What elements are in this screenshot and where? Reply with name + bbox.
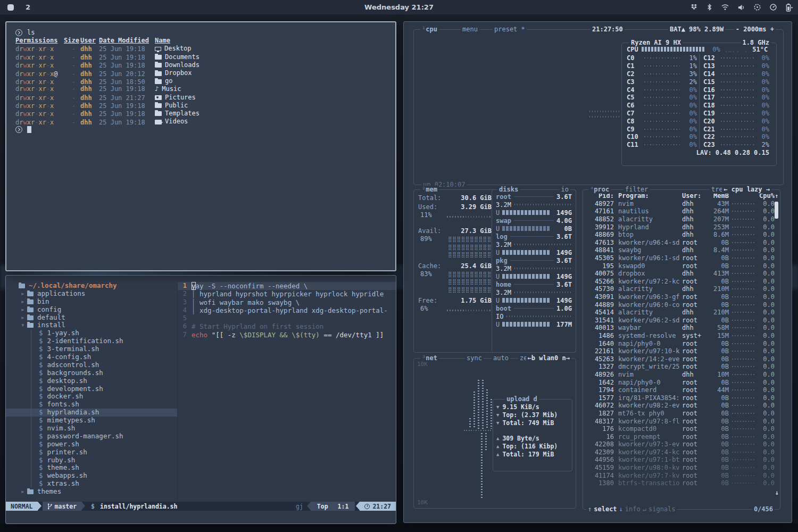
process-row[interactable]: 45159kworker/u98:0-kvroot0B0.0 bbox=[586, 464, 775, 472]
tab-cpu[interactable]: ¹cpu bbox=[420, 26, 439, 34]
prompt-line-current[interactable] bbox=[15, 126, 395, 134]
process-row[interactable]: 42309kworker/u97:4-kcroot0B0.0 bbox=[586, 448, 775, 456]
preset-button[interactable]: preset * bbox=[493, 26, 527, 34]
tree-file-mimetypes.sh[interactable]: $mimetypes.sh bbox=[6, 417, 177, 425]
net-stat-line: ▲309 Byte/s bbox=[496, 434, 568, 442]
select-down-icon[interactable]: ↓ bbox=[619, 505, 623, 513]
process-row[interactable]: 1794containerdroot44M0.0 bbox=[586, 386, 775, 394]
terminal-window[interactable]: ls PermissionsSizeUserDate ModifiedName … bbox=[5, 21, 396, 271]
scroll-down-icon[interactable]: ↓ bbox=[775, 489, 779, 496]
tree-dir-themes[interactable]: ▸themes bbox=[6, 488, 177, 496]
btop-window[interactable]: ¹cpu menu preset * 21:27:50 BAT▲ 98% 2.8… bbox=[403, 21, 792, 523]
tree-file-fonts.sh[interactable]: $fonts.sh bbox=[6, 401, 177, 409]
process-row[interactable]: 1577irq/81-PIXA3854:root0B0.0 bbox=[586, 394, 775, 402]
core-row: C220% bbox=[699, 133, 771, 141]
process-row[interactable]: 45266kworker/u97:2-kcroot0B0.0 bbox=[586, 278, 775, 286]
wifi-icon[interactable] bbox=[721, 4, 729, 11]
process-row[interactable]: 44889kworker/u96:0-coroot0B0.0 bbox=[586, 301, 775, 309]
process-row[interactable]: 48317kworker/u97:8-flroot0B0.0 bbox=[586, 417, 775, 425]
process-row[interactable]: 45305kworker/u96:1-sdroot0B0.0 bbox=[586, 254, 775, 262]
tree-dir-applications[interactable]: ▸applications bbox=[6, 290, 177, 298]
process-row[interactable]: 48927nvimdhh43M0.0 bbox=[586, 200, 775, 208]
bluetooth-icon[interactable] bbox=[706, 3, 713, 11]
tree-file-printer.sh[interactable]: $printer.sh bbox=[6, 448, 177, 456]
process-row[interactable]: 48926nvimdhh10M0.0 bbox=[586, 371, 775, 379]
proc-scrollbar[interactable] bbox=[775, 202, 778, 219]
tab-proc[interactable]: ⁴proc bbox=[588, 186, 611, 194]
process-row[interactable]: 44956kworker/u97:1-btroot0B0.0 bbox=[586, 456, 775, 464]
process-list[interactable]: 48927nvimdhh43M0.047161nautilusdhh264M0.… bbox=[586, 200, 775, 487]
tree-dir-default[interactable]: ▸default bbox=[6, 314, 177, 322]
idle-inhibitor-icon[interactable] bbox=[753, 3, 761, 11]
tree-file-theme.sh[interactable]: $theme.sh bbox=[6, 464, 177, 472]
tree-file-xtras.sh[interactable]: $xtras.sh bbox=[6, 480, 177, 488]
process-row[interactable]: 176kcompactd0root0B0.0 bbox=[586, 425, 775, 433]
tree-file-1-yay.sh[interactable]: $1-yay.sh bbox=[6, 329, 177, 337]
tree-file-development.sh[interactable]: $development.sh bbox=[6, 385, 177, 393]
neovim-window[interactable]: ~/.local/share/omarchy▸applications▸bin▸… bbox=[5, 275, 396, 524]
process-row[interactable]: 42208kworker/u97:3-evroot0B0.0 bbox=[586, 440, 775, 448]
tree-file-nvim.sh[interactable]: $nvim.sh bbox=[6, 425, 177, 433]
battery-icon[interactable] bbox=[785, 3, 793, 12]
process-row[interactable]: 1380btrfs-transactioroot0B0.0 bbox=[586, 479, 775, 487]
process-row[interactable]: 47161nautilusdhh264M0.0 bbox=[586, 207, 775, 215]
enter-icon: ↵ bbox=[643, 505, 646, 513]
tree-file-3-terminal.sh[interactable]: $3-terminal.sh bbox=[6, 345, 177, 353]
process-row[interactable]: 31541kworker/u96:2-sdroot0B0.0 bbox=[586, 317, 775, 325]
ls-row: drwxr-xr-x-dhh25 Jun 19:18♪Music bbox=[15, 85, 395, 93]
gauge-icon[interactable] bbox=[769, 3, 777, 11]
proc-filter-button[interactable]: filter bbox=[624, 186, 650, 194]
tree-dir-bin[interactable]: ▸bin bbox=[6, 298, 177, 306]
tree-file-hyprlandia.sh[interactable]: $hyprlandia.sh bbox=[6, 409, 177, 417]
process-row[interactable]: 39912Hyprlanddhh253M0.0 bbox=[586, 223, 775, 231]
tree-dir-install[interactable]: ▾install bbox=[6, 321, 177, 329]
process-row[interactable]: 41174kworker/u97:7-kvroot0B0.0 bbox=[586, 471, 775, 479]
tree-file-webapps.sh[interactable]: $webapps.sh bbox=[6, 472, 177, 480]
editor-buffer[interactable]: 1yay -S --noconfirm --needed \2│ hyprlan… bbox=[177, 282, 396, 501]
process-row[interactable]: 16rcu_preemptroot0B0.0 bbox=[586, 433, 775, 440]
tree-dir-config[interactable]: ▸config bbox=[6, 306, 177, 314]
tree-file-4-config.sh[interactable]: $4-config.sh bbox=[6, 353, 177, 361]
process-row[interactable]: 40075dropboxdhh413M0.0 bbox=[586, 270, 775, 278]
cpu-total-pct: 0% bbox=[708, 46, 720, 53]
tree-file-password-manager.sh[interactable]: $password-manager.sh bbox=[6, 433, 177, 440]
signals-button[interactable]: signals bbox=[649, 505, 676, 513]
process-row[interactable]: 1642napi/phy0-0root0B0.0 bbox=[586, 378, 775, 386]
io-mode-button[interactable]: io bbox=[560, 186, 570, 194]
process-row[interactable]: 1640napi/phy0-0root0B0.0 bbox=[586, 339, 775, 347]
tree-file-power.sh[interactable]: $power.sh bbox=[6, 440, 177, 448]
select-up-icon[interactable]: ↑ bbox=[588, 505, 592, 513]
process-row[interactable]: 48869btopdhh8.6M0.0 bbox=[586, 231, 775, 239]
process-row[interactable]: 48852alacrittydhh207M0.0 bbox=[586, 215, 775, 223]
process-row[interactable]: 40013waybardhh58M0.0 bbox=[586, 324, 775, 332]
tree-file-ruby.sh[interactable]: $ruby.sh bbox=[6, 456, 177, 464]
process-row[interactable]: 22161kworker/u97:10-kroot0B0.0 bbox=[586, 347, 775, 355]
tree-file-docker.sh[interactable]: $docker.sh bbox=[6, 393, 177, 401]
process-row[interactable]: 1827mt76-tx phy0root0B0.0 bbox=[586, 410, 775, 418]
process-row[interactable]: 47613kworker/u96:4-sdroot0B0.0 bbox=[586, 239, 775, 247]
info-button[interactable]: info bbox=[625, 505, 641, 513]
proc-sort-control[interactable]: ← cpu lazy → bbox=[722, 186, 771, 194]
process-row[interactable]: 45414alacrittydhh210M0.0 bbox=[586, 309, 775, 317]
select-button[interactable]: select bbox=[594, 505, 617, 513]
update-interval-control[interactable]: - 2000ms + bbox=[734, 26, 776, 34]
tree-file-adscontrol.sh[interactable]: $adscontrol.sh bbox=[6, 361, 177, 369]
line-number: 3 bbox=[178, 298, 192, 306]
process-row[interactable]: 45730alacrittydhh210M0.0 bbox=[586, 285, 775, 293]
volume-icon[interactable] bbox=[737, 4, 745, 11]
process-row[interactable]: 48841swaybgdhh8.4M0.0 bbox=[586, 246, 775, 254]
process-row[interactable]: 1327dmcrypt_write/25root0B0.0 bbox=[586, 363, 775, 371]
dropbox-icon[interactable] bbox=[690, 3, 698, 11]
tree-root[interactable]: ~/.local/share/omarchy bbox=[6, 282, 177, 290]
tree-file-backgrounds.sh[interactable]: $backgrounds.sh bbox=[6, 369, 177, 377]
tab-mem[interactable]: ²mem bbox=[420, 186, 439, 194]
sort-direction-arrow[interactable]: ↑ bbox=[775, 193, 778, 200]
menu-button[interactable]: menu bbox=[461, 26, 479, 34]
process-row[interactable]: 195kswapd0root0B0.0 bbox=[586, 262, 775, 270]
process-row[interactable]: 1486systemd-resolvesyst+15M0.0 bbox=[586, 332, 775, 340]
tree-file-2-identification.sh[interactable]: $2-identification.sh bbox=[6, 337, 177, 345]
process-row[interactable]: 43091kworker/u96:3-gfroot0B0.0 bbox=[586, 293, 775, 301]
process-row[interactable]: 45263kworker/14:2-everoot0B0.0 bbox=[586, 355, 775, 363]
tree-file-desktop.sh[interactable]: $desktop.sh bbox=[6, 377, 177, 385]
process-row[interactable]: 46072kworker/u98:2-evroot0B0.0 bbox=[586, 402, 775, 410]
